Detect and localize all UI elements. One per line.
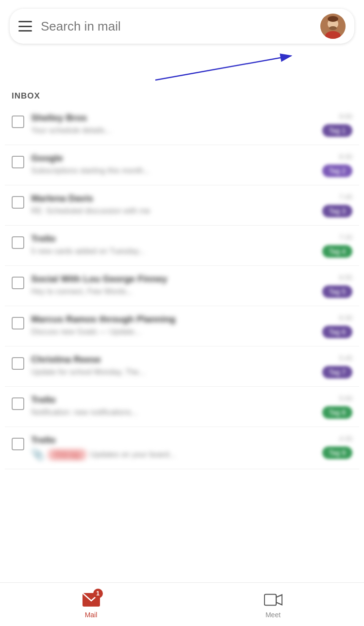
arrow-annotation [10,49,354,87]
list-item[interactable]: Google Subscriptions starting this month… [5,145,359,185]
email-content: Shelley Bros Your schedule details... [31,113,317,135]
email-sender: Christina Reese [31,354,317,365]
email-content: Google Subscriptions starting this month… [31,153,317,175]
email-checkbox[interactable] [12,397,24,410]
email-preview: RE: Scheduled discussion with me [31,207,317,215]
list-item[interactable]: Marlena Davis RE: Scheduled discussion w… [5,185,359,226]
meet-label: Meet [265,611,281,619]
nav-item-mail[interactable]: 1 Mail [81,591,102,619]
email-time: 6:55 [339,274,352,281]
email-preview: Discuss new Goals — Update... [31,328,317,336]
svg-point-3 [328,16,338,22]
email-checkbox[interactable] [12,196,24,209]
email-meta: 7:20 Tag 4 [322,233,352,258]
inbox-label: INBOX [0,87,364,105]
email-time: 8:30 [339,153,352,161]
email-tag: Tag 7 [322,366,352,379]
email-tag: Tag 8 [322,406,352,419]
email-sender: Trello [31,395,317,405]
email-sender: Marcus Ramos through Planning [31,314,317,325]
email-content: Trello 5 new cards added on Tuesday... [31,233,317,256]
list-item[interactable]: Trello Notification: new notifications..… [5,387,359,427]
email-sender: Social With Lou George Finney [31,274,317,284]
email-time: 7:20 [339,233,352,241]
email-content: Christina Reese Update for school Monday… [31,354,317,377]
avatar[interactable] [320,14,346,39]
email-meta: 5:45 Tag 7 [322,354,352,379]
mail-nav-icon: 1 [81,591,102,609]
email-checkbox[interactable] [12,236,24,249]
email-sender: Google [31,153,317,164]
bottom-navigation: 1 Mail Meet [0,582,364,626]
list-item[interactable]: Social With Lou George Finney Hey to con… [5,266,359,306]
email-checkbox[interactable] [12,156,24,168]
email-preview: Your schedule details... [31,126,317,135]
email-preview: 5 new cards added on Tuesday... [31,247,317,256]
mail-badge: 1 [93,589,103,598]
email-meta: 4:30 Tag 9 [322,435,352,459]
meet-nav-icon [263,591,284,609]
email-list: Shelley Bros Your schedule details... 9:… [0,105,364,469]
email-meta: 6:30 Tag 6 [322,314,352,338]
email-time: 6:30 [339,314,352,322]
email-tag: Tag 1 [322,124,352,137]
email-meta: 6:55 Tag 5 [322,274,352,298]
list-item[interactable]: Shelley Bros Your schedule details... 9:… [5,105,359,145]
email-time: 9:00 [339,113,352,120]
email-content: Marcus Ramos through Planning Discuss ne… [31,314,317,336]
hamburger-icon[interactable] [18,21,32,32]
email-sender: Trello [31,435,317,445]
email-time: 5:45 [339,354,352,362]
email-content: Marlena Davis RE: Scheduled discussion w… [31,193,317,215]
list-item[interactable]: Trello 5 new cards added on Tuesday... 7… [5,226,359,266]
email-checkbox[interactable] [12,115,24,128]
email-preview: Update for school Monday, The... [31,368,317,377]
email-meta: 5:00 Tag 8 [322,395,352,419]
email-sender: Trello [31,233,317,244]
email-meta: 7:45 Tag 3 [322,193,352,217]
email-tag-inline: Pink tag [48,448,86,461]
email-sender: Marlena Davis [31,193,317,204]
email-time: 4:30 [339,435,352,443]
svg-line-6 [155,56,291,80]
email-tag: Tag 4 [322,245,352,258]
list-item[interactable]: Marcus Ramos through Planning Discuss ne… [5,306,359,346]
email-preview: Subscriptions starting this month... [31,166,317,175]
email-checkbox[interactable] [12,317,24,329]
email-meta: 8:30 Tag 2 [322,153,352,177]
list-item[interactable]: Trello 📎 Pink tag Updates on your board.… [5,427,359,469]
email-preview: 📎 Pink tag Updates on your board... [31,448,317,461]
email-sender: Shelley Bros [31,113,317,123]
email-time: 5:00 [339,395,352,402]
email-checkbox[interactable] [12,277,24,289]
email-time: 7:45 [339,193,352,201]
email-preview: Hey to connect, Few Words... [31,287,317,296]
email-content: Social With Lou George Finney Hey to con… [31,274,317,296]
attachment-icon: 📎 [31,448,44,461]
svg-point-4 [329,26,337,30]
svg-marker-9 [276,594,282,605]
email-content: Trello 📎 Pink tag Updates on your board.… [31,435,317,461]
email-tag: Tag 2 [322,165,352,177]
email-tag: Tag 6 [322,326,352,338]
email-checkbox[interactable] [12,438,24,450]
search-placeholder[interactable]: Search in mail [41,19,320,34]
mail-label: Mail [85,611,98,619]
email-checkbox[interactable] [12,357,24,370]
nav-item-meet[interactable]: Meet [263,591,284,619]
email-tag: Tag 5 [322,285,352,298]
svg-rect-8 [264,594,276,605]
email-preview: Notification: new notifications... [31,408,317,417]
email-tag: Tag 3 [322,205,352,217]
list-item[interactable]: Christina Reese Update for school Monday… [5,346,359,387]
email-meta: 9:00 Tag 1 [322,113,352,137]
email-tag: Tag 9 [322,446,352,459]
email-content: Trello Notification: new notifications..… [31,395,317,417]
search-bar[interactable]: Search in mail [10,9,354,44]
